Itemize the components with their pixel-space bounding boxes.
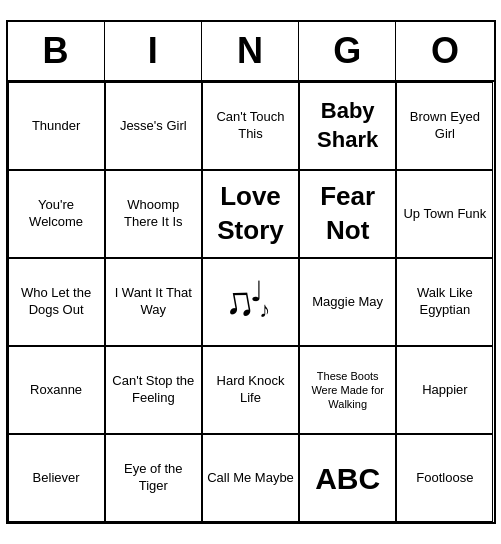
bingo-cell: Happier: [396, 346, 493, 434]
bingo-cell: Jesse's Girl: [105, 82, 202, 170]
bingo-cell: Believer: [8, 434, 105, 522]
bingo-cell: I Want It That Way: [105, 258, 202, 346]
bingo-cell: Hard Knock Life: [202, 346, 299, 434]
bingo-cell: ABC: [299, 434, 396, 522]
bingo-cell: Footloose: [396, 434, 493, 522]
header-letter: I: [105, 22, 202, 80]
bingo-cell: Can't Touch This: [202, 82, 299, 170]
bingo-cell: You're Welcome: [8, 170, 105, 258]
header-letter: G: [299, 22, 396, 80]
header-letter: O: [396, 22, 493, 80]
bingo-cell: Eye of the Tiger: [105, 434, 202, 522]
bingo-card: BINGO ThunderJesse's GirlCan't Touch Thi…: [6, 20, 496, 524]
bingo-cell: Walk Like Egyptian: [396, 258, 493, 346]
bingo-cell: Can't Stop the Feeling: [105, 346, 202, 434]
bingo-cell: Maggie May: [299, 258, 396, 346]
header-letter: B: [8, 22, 105, 80]
bingo-grid: ThunderJesse's GirlCan't Touch ThisBaby …: [8, 82, 494, 522]
bingo-cell: Thunder: [8, 82, 105, 170]
bingo-cell: Whoomp There It Is: [105, 170, 202, 258]
header-letter: N: [202, 22, 299, 80]
bingo-cell: Who Let the Dogs Out: [8, 258, 105, 346]
bingo-cell: Call Me Maybe: [202, 434, 299, 522]
bingo-cell: Roxanne: [8, 346, 105, 434]
bingo-cell: Love Story: [202, 170, 299, 258]
bingo-cell: Fear Not: [299, 170, 396, 258]
bingo-cell: Brown Eyed Girl: [396, 82, 493, 170]
bingo-header: BINGO: [8, 22, 494, 82]
bingo-cell: Up Town Funk: [396, 170, 493, 258]
bingo-cell: Baby Shark: [299, 82, 396, 170]
bingo-cell: These Boots Were Made for Walking: [299, 346, 396, 434]
bingo-cell: ♫♩♪: [202, 258, 299, 346]
